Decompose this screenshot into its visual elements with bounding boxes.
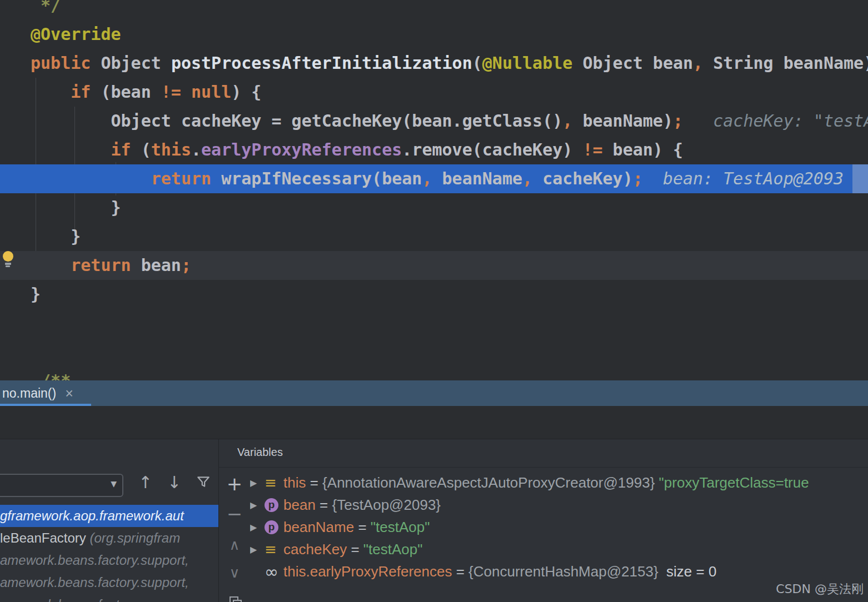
stack-frame[interactable]: amework.beans.factory.support,: [0, 549, 218, 571]
stack-frame[interactable]: amework.beans.factory.supp: [0, 594, 218, 602]
param-icon-glyph: p: [265, 498, 278, 512]
variables-tree: ▶≡this = {AnnotationAwareAspectJAutoProx…: [250, 471, 868, 583]
code-line: if (this.earlyProxyReferences.remove(cac…: [0, 136, 868, 164]
variable-row[interactable]: ∞this.earlyProxyReferences = {Concurrent…: [250, 560, 868, 583]
frames-pane: ▼ ↑ ↓ gframework.aop.framework.autleBean…: [0, 439, 218, 602]
thread-selector[interactable]: ▼: [0, 474, 123, 497]
code-line: public Object postProcessAfterInitializa…: [0, 49, 868, 78]
bulb-base: [6, 265, 10, 267]
inline-hint-overflow: [852, 164, 868, 193]
watch-icon-glyph: ∞: [265, 565, 278, 579]
code-token: [31, 82, 71, 102]
code-token: [31, 169, 151, 188]
code-token: ,: [693, 53, 703, 73]
variable-name: bean: [283, 496, 316, 514]
expand-arrow-icon[interactable]: ▶: [250, 478, 265, 488]
code-line: }: [0, 222, 868, 251]
frame-down-icon[interactable]: ↓: [167, 473, 181, 492]
code-token: [643, 169, 663, 188]
remove-watch-icon[interactable]: −: [219, 503, 250, 525]
code-token: [31, 140, 111, 159]
code-line: if (bean != null) {: [0, 78, 868, 107]
variable-row[interactable]: ▶≡this = {AnnotationAwareAspectJAutoProx…: [250, 471, 868, 494]
ide-window: */@Overridepublic Object postProcessAfte…: [0, 0, 868, 602]
header-divider: [219, 467, 868, 468]
code-line: return wrapIfNecessary(bean, beanName, c…: [0, 164, 868, 193]
equals-sign: =: [316, 496, 332, 514]
code-token: bean) {: [603, 140, 684, 159]
code-token: bean: [131, 255, 181, 275]
code-token: (: [472, 53, 482, 73]
code-token: if: [111, 140, 131, 159]
expand-arrow-icon[interactable]: ▶: [250, 544, 265, 555]
code-line: */: [0, 0, 868, 20]
stack-frame[interactable]: leBeanFactory (org.springfram: [0, 527, 218, 549]
code-token: earlyProxyReferences: [201, 140, 402, 159]
code-token: Object bean: [572, 53, 693, 73]
code-token: beanName): [572, 111, 673, 131]
code-token: /**: [31, 371, 71, 381]
variable-row[interactable]: ▶≡cacheKey = "testAop": [250, 538, 868, 560]
filter-icon[interactable]: [196, 475, 211, 491]
variable-value: "testAop": [363, 541, 423, 558]
object-icon-glyph: ≡: [265, 541, 277, 558]
code-line: [0, 309, 868, 338]
watermark: CSDN @吴法刚: [776, 581, 864, 598]
watch-icon: ∞: [265, 565, 283, 579]
code-line: @Override: [0, 20, 868, 49]
variable-row[interactable]: ▶pbean = {TestAop@2093}: [250, 494, 868, 516]
code-token: String beanName): [703, 53, 868, 73]
add-watch-icon[interactable]: +: [219, 473, 250, 495]
code-token: public: [31, 53, 91, 73]
debug-tab-bar: no.main() ×: [0, 380, 868, 406]
code-token: cacheKey): [532, 169, 633, 188]
close-icon[interactable]: ×: [65, 385, 73, 402]
code-lines: */@Overridepublic Object postProcessAfte…: [0, 0, 868, 381]
code-token: wrapIfNecessary(bean: [211, 169, 422, 188]
code-token: ,: [562, 111, 572, 131]
code-token: Object: [91, 53, 171, 73]
code-token: [31, 255, 71, 275]
variable-value: {TestAop@2093}: [332, 496, 441, 514]
frame-text: (org.springfram: [89, 530, 180, 545]
frame-text: amework.beans.factory.support,: [0, 553, 189, 568]
code-token: ,: [522, 169, 532, 188]
expand-arrow-icon[interactable]: ▶: [250, 500, 265, 510]
code-token: @Override: [31, 24, 121, 44]
code-token: bean: TestAop@2093 b: [663, 169, 868, 188]
code-token: }: [31, 198, 121, 217]
equals-sign: =: [452, 563, 468, 580]
code-token: }: [31, 227, 81, 246]
code-token: !=: [161, 82, 181, 102]
intention-bulb-icon[interactable]: [2, 251, 14, 267]
frame-text: leBeanFactory: [0, 530, 89, 545]
code-token: }: [31, 284, 41, 304]
debug-panel: Variables ▼ ↑ ↓ gframework.aop.framework…: [0, 439, 868, 602]
param-icon: p: [265, 520, 283, 534]
frame-text: amework.beans.factory.supp: [0, 597, 169, 602]
expand-all-icon[interactable]: ∧: [219, 534, 250, 556]
expand-arrow-icon[interactable]: ▶: [250, 522, 265, 533]
tab-main[interactable]: no.main() ×: [0, 380, 76, 406]
code-token: beanName: [432, 169, 522, 188]
frame-up-icon[interactable]: ↑: [138, 473, 152, 492]
code-line: Object cacheKey = getCacheKey(bean.getCl…: [0, 107, 868, 136]
frame-text: gframework.aop.framework.aut: [0, 508, 184, 523]
variables-toolbar: + − ∧ ∨: [219, 468, 250, 602]
param-icon: p: [265, 498, 283, 512]
param-icon-glyph: p: [265, 520, 278, 534]
variable-value: "testAop": [371, 519, 430, 536]
code-token: Object cacheKey = getCacheKey(bean.getCl…: [31, 111, 562, 131]
stack-frame[interactable]: amework.beans.factory.support,: [0, 571, 218, 594]
bulb-head: [3, 251, 13, 262]
copy-icon[interactable]: [219, 591, 250, 602]
variable-name: beanName: [283, 519, 354, 536]
collapse-all-icon[interactable]: ∨: [219, 561, 250, 584]
code-token: ;: [181, 255, 191, 275]
code-editor[interactable]: */@Overridepublic Object postProcessAfte…: [0, 0, 868, 381]
object-icon-glyph: ≡: [265, 474, 277, 491]
stack-frame[interactable]: gframework.aop.framework.aut: [0, 505, 218, 527]
code-token: ) {: [231, 82, 261, 102]
variable-row[interactable]: ▶pbeanName = "testAop": [250, 516, 868, 538]
stack-frames-list: gframework.aop.framework.autleBeanFactor…: [0, 505, 218, 602]
